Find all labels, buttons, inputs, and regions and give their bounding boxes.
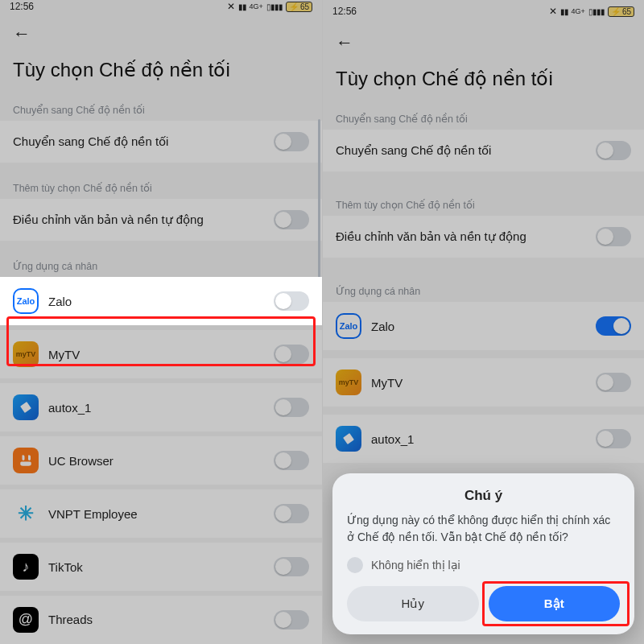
autox-icon [13, 394, 39, 420]
row-label: Chuyển sang Chế độ nền tối [13, 134, 264, 149]
dont-show-again[interactable]: Không hiển thị lại [347, 557, 620, 573]
cancel-button[interactable]: Hủy [347, 586, 479, 621]
back-icon[interactable]: ← [13, 23, 31, 43]
threads-icon [13, 607, 39, 633]
checkbox-icon[interactable] [347, 557, 363, 573]
status-bar: 12:56 ✕ ▮▮ 4G+ ▯▮▮▮ ⚡65 [0, 0, 322, 14]
app-row-autox[interactable]: autox_1 [0, 383, 322, 431]
page-title: Tùy chọn Chế độ nền tối [0, 47, 322, 96]
phone-left: 12:56 ✕ ▮▮ 4G+ ▯▮▮▮ ⚡65 ← Tùy chọn Chế đ… [0, 0, 322, 644]
section2-label: Thêm tùy chọn Chế độ nền tối [0, 174, 322, 199]
toggle-vnpt[interactable] [274, 504, 309, 523]
toggle-mytv[interactable] [274, 345, 309, 364]
toggle-tiktok[interactable] [274, 557, 309, 576]
toggle-zalo[interactable] [274, 291, 309, 311]
phone-right: 12:56 ✕ ▮▮ 4G+ ▯▮▮▮ ⚡65 ← Tùy chọn Chế đ… [322, 0, 644, 644]
checkbox-label: Không hiển thị lại [371, 559, 460, 572]
toggle-auto[interactable] [274, 210, 309, 229]
app-name: UC Browser [48, 454, 264, 468]
apps-label: Ứng dụng cá nhân [0, 252, 322, 277]
battery-indicator: ⚡65 [286, 2, 312, 12]
network-label: 4G+ [250, 2, 263, 10]
dnd-icon: ✕ [227, 1, 235, 12]
app-name: MyTV [48, 348, 264, 361]
row-auto-adjust[interactable]: Điều chỉnh văn bản và nền tự động [0, 199, 322, 241]
app-name: Threads [48, 613, 264, 626]
app-row-tiktok[interactable]: TikTok [0, 543, 322, 591]
confirm-dialog: Chú ý Ứng dụng này có thể không được hiể… [332, 473, 634, 634]
app-row-mytv[interactable]: myTV MyTV [0, 330, 322, 378]
app-name: Zalo [48, 295, 264, 308]
tiktok-icon [13, 554, 39, 580]
vnpt-icon [13, 501, 39, 526]
app-name: VNPT Employee [48, 507, 264, 521]
section1-label: Chuyển sang Chế độ nền tối [0, 96, 322, 121]
dialog-title: Chú ý [347, 488, 620, 504]
mytv-icon: myTV [13, 341, 39, 367]
app-row-zalo[interactable]: Zalo Zalo [0, 277, 322, 325]
app-row-threads[interactable]: Threads [0, 596, 322, 644]
bars-icon: ▯▮▮▮ [266, 2, 283, 11]
signal-icon: ▮▮ [238, 2, 246, 11]
toggle-threads[interactable] [274, 610, 309, 630]
scrollbar[interactable] [318, 119, 320, 280]
toggle-autox[interactable] [274, 398, 309, 417]
app-row-uc[interactable]: UC Browser [0, 436, 322, 485]
toggle-dark[interactable] [274, 132, 309, 151]
app-name: autox_1 [48, 401, 264, 415]
row-label: Điều chỉnh văn bản và nền tự động [13, 213, 264, 227]
row-switch-dark[interactable]: Chuyển sang Chế độ nền tối [0, 121, 322, 163]
dialog-body: Ứng dụng này có thể không được hiển thị … [347, 512, 620, 546]
zalo-icon: Zalo [13, 288, 39, 314]
uc-icon [13, 448, 39, 473]
header: ← [0, 14, 322, 47]
enable-button[interactable]: Bật [489, 586, 621, 621]
app-row-vnpt[interactable]: VNPT Employee [0, 489, 322, 538]
toggle-uc[interactable] [274, 451, 309, 470]
app-name: TikTok [48, 560, 264, 574]
status-time: 12:56 [10, 1, 34, 12]
